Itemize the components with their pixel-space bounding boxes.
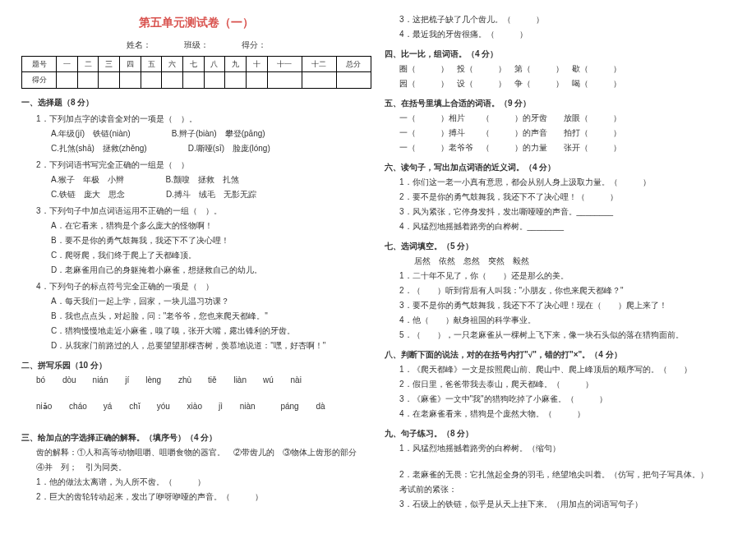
q1-3d: D．老麻雀用自己的身躯掩着小麻雀，想拯救自己的幼儿。 bbox=[51, 263, 371, 278]
score-table: 题号一二三四五六七八九十十一十二总分 得分 bbox=[21, 56, 371, 88]
q1-4c: C．猎狗慢慢地走近小麻雀，嗅了嗅，张开大嘴，露出锋利的牙齿。 bbox=[51, 324, 371, 338]
section-1-heading: 一、选择题（8 分） bbox=[21, 95, 371, 110]
s6-q1: 1．你们这一老一小真有意思，都会从别人身上汲取力量。（ ） bbox=[399, 175, 735, 190]
q1-3a: A．在它看来，猎狗是个多么庞大的怪物啊！ bbox=[51, 219, 371, 233]
s3-q2: 2．巨大的齿轮转动起来，发出了咿呀咿哑的声音。（ ） bbox=[36, 490, 371, 504]
section-2-heading: 二、拼写乐园（10 分） bbox=[21, 358, 371, 373]
s6-q2: 2．要不是你的勇气鼓舞我，我还下不了决心哩！（ ） bbox=[399, 190, 735, 205]
s9-q3: 3．石级上的铁链，似乎是从天上挂下来。（用加点的词语写句子） bbox=[399, 497, 735, 512]
left-column: 第五单元测试卷（一） 姓名： 班级： 得分： 题号一二三四五六七八九十十一十二总… bbox=[15, 12, 378, 522]
write-row-1 bbox=[36, 388, 371, 399]
s9-q2b: 考试前的紧张： bbox=[399, 482, 735, 497]
s4-l1: 圈（ ） 投（ ） 第（ ） 歇（ ） bbox=[399, 62, 735, 76]
section-9-heading: 九、句子练习。（8 分） bbox=[385, 426, 735, 441]
pinyin-row-2: niǎo cháo yá chǐ yóu xiào jì niàn páng d… bbox=[36, 399, 371, 414]
q1-4: 4．下列句子的标点符号完全正确的一项是（ ） bbox=[36, 279, 371, 294]
q1-1-opts: A.年级(jí) 铁链(niàn)B.辫子(biàn) 攀登(pāng) bbox=[51, 127, 371, 141]
section-5-heading: 五、在括号里填上合适的词语。（9 分） bbox=[385, 96, 735, 111]
s7-q2: 2．（ ）听到背后有人叫我："小朋友，你也来爬天都峰？" bbox=[399, 283, 735, 298]
header-info: 姓名： 班级： 得分： bbox=[21, 38, 371, 53]
s7-q5: 5．（ ），一只老麻雀从一棵树上飞下来，像一块石头似的落在猎狗面前。 bbox=[399, 328, 735, 343]
score-label: 得分： bbox=[242, 38, 266, 53]
s6-q3: 3．风为紧张，它停身发抖，发出嘶哑哑的声音。________ bbox=[399, 205, 735, 219]
q1-3: 3．下列句子中加点词语运用不正确的一组（ ）。 bbox=[36, 204, 371, 219]
q1-1: 1．下列加点字的读音全对的一项是（ ）。 bbox=[36, 112, 371, 127]
q1-4a: A．每天我们一起上学，回家，一块儿温习功课？ bbox=[51, 294, 371, 309]
s7-q3: 3．要不是你的勇气鼓舞我，我还下不了决心哩！现在（ ）爬上来了！ bbox=[399, 298, 735, 313]
s7-q1: 1．二十年不见了，你（ ）还是那么的美。 bbox=[399, 269, 735, 283]
s6-q4: 4．风猛烈地摇撼着路旁的白桦树。________ bbox=[399, 219, 735, 234]
s3-ref: 齿的解释：①人和高等动物咀嚼、咀嚼食物的器官。 ②带齿儿的 ③物体上齿形的部分 … bbox=[36, 445, 371, 475]
s5-l2: 一（ ）搏斗 （ ）的声音 拍打（ ） bbox=[399, 126, 735, 140]
q1-2-opts2: C.铁链 庞大 思念D.搏斗 绒毛 无影无踪 bbox=[51, 187, 371, 202]
s5-l3: 一（ ）老爷爷 （ ）的力量 张开（ ） bbox=[399, 140, 735, 155]
q1-2-opts: A.猴子 年极 小辫B.颤嗖 拯救 扎煞 bbox=[51, 173, 371, 187]
s5-l1: 一（ ）相片 （ ）的牙齿 放眼（ ） bbox=[399, 111, 735, 126]
s7-q4: 4．他（ ）献身祖国的科学事业。 bbox=[399, 313, 735, 328]
s3-q3: 3．这把梳子缺了几个齿儿。（ ） bbox=[399, 12, 735, 27]
class-label: 班级： bbox=[184, 38, 209, 53]
s3-q4: 4．最近我的牙齿很痛。（ ） bbox=[399, 27, 735, 42]
s8-q2: 2．假日里，爸爸带我去泰山，爬天都峰。（ ） bbox=[399, 377, 735, 392]
section-6-heading: 六、读句子，写出加点词语的近义词。（4 分） bbox=[385, 160, 735, 175]
q1-4b: B．我也点点头，对起脸，问："老爷爷，您也来爬天都峰。" bbox=[51, 309, 371, 324]
s7-words: 居然 依然 忽然 突然 毅然 bbox=[414, 254, 735, 269]
section-3-heading: 三、给加点的字选择正确的解释。（填序号）（4 分） bbox=[21, 430, 371, 445]
s9-q2: 2．老麻雀的无畏：它扎煞起全身的羽毛，绝望地尖叫着。（仿写，把句子写具体。） bbox=[399, 467, 735, 482]
q1-1-opts2: C.扎煞(shā) 拯救(zhěng)D.嘶哑(sī) 脸庞(lóng) bbox=[51, 141, 371, 156]
s8-q3: 3．《麻雀》一文中"我"的猎狗吃掉了小麻雀。（ ） bbox=[399, 392, 735, 407]
s9-q1: 1．风猛烈地摇撼着路旁的白桦树。（缩句） bbox=[399, 441, 735, 456]
s8-q1: 1．《爬天都峰》一文是按照爬山前、爬山中、爬上峰顶后的顺序写的。（ ） bbox=[399, 362, 735, 377]
q1-3c: C．爬呀爬，我们终于爬上了天都峰顶。 bbox=[51, 248, 371, 263]
q1-3b: B．要不是你的勇气鼓舞我，我还下不了决心哩！ bbox=[51, 233, 371, 248]
section-4-heading: 四、比一比，组词语。（4 分） bbox=[385, 47, 735, 62]
table-row: 题号一二三四五六七八九十十一十二总分 bbox=[22, 57, 371, 72]
pinyin-row-1: bó dòu nián jí lèng zhù tiě liàn wú nài bbox=[36, 373, 371, 388]
table-row: 得分 bbox=[22, 72, 371, 88]
right-column: 3．这把梳子缺了几个齿儿。（ ） 4．最近我的牙齿很痛。（ ） 四、比一比，组词… bbox=[378, 12, 741, 522]
section-8-heading: 八、判断下面的说法，对的在括号内打"√"，错的打"×"。（4 分） bbox=[385, 348, 735, 362]
s8-q4: 4．在老麻雀看来，猎狗是个庞然大物。（ ） bbox=[399, 407, 735, 421]
q1-4d: D．从我家门前路过的人，总要望望那棵杏树，羡慕地说道："嘿，好杏啊！" bbox=[51, 338, 371, 353]
section-7-heading: 七、选词填空。（5 分） bbox=[385, 239, 735, 254]
s4-l2: 园（ ） 设（ ） 争（ ） 喝（ ） bbox=[399, 76, 735, 91]
q1-2: 2．下列词语书写完全正确的一组是（ ） bbox=[36, 158, 371, 173]
paper-title: 第五单元测试卷（一） bbox=[21, 12, 371, 33]
s3-q1: 1．他的做法太离谱，为人所不齿。（ ） bbox=[36, 475, 371, 490]
name-label: 姓名： bbox=[127, 38, 151, 53]
write-row-2 bbox=[36, 414, 371, 426]
blank-line bbox=[399, 456, 735, 467]
